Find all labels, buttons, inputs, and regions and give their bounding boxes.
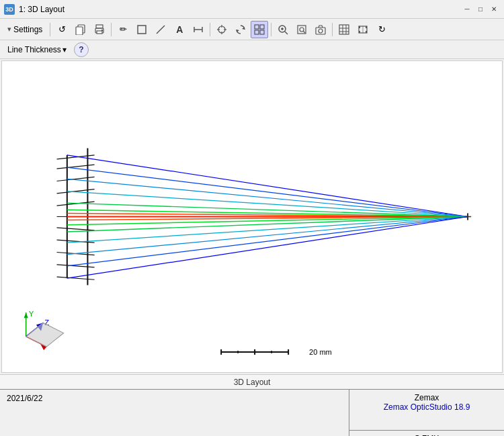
optical-layout-view[interactable]: Y Z <box>2 61 502 372</box>
footer-file-info: S.ZMX Configuration 1 of 1 <box>349 431 504 436</box>
title-bar: 3D 1: 3D Layout ─ □ ✕ <box>0 0 504 19</box>
svg-text:Y: Y <box>29 310 34 318</box>
hbar-icon <box>193 26 204 34</box>
footer-company-info: Zemax Zemax OpticStudio 18.9 <box>349 390 504 431</box>
help-button[interactable]: ? <box>74 42 89 57</box>
zoom-window-button[interactable] <box>293 21 310 38</box>
secondary-toolbar: Line Thickness ▾ ? <box>0 40 504 59</box>
circle-arrow-button[interactable]: ↻ <box>373 21 390 38</box>
toolbar-separator-2 <box>111 23 112 36</box>
minimize-button[interactable]: ─ <box>461 3 473 15</box>
grid3-button[interactable] <box>335 21 353 38</box>
restore-button[interactable]: □ <box>474 3 487 15</box>
svg-rect-38 <box>359 31 360 33</box>
main-toolbar: ▾ Settings ↺ ✏ A <box>0 19 504 40</box>
refresh-button[interactable]: ↺ <box>53 21 71 38</box>
footer-info: Zemax Zemax OpticStudio 18.9 S.ZMX Confi… <box>349 390 504 436</box>
svg-rect-31 <box>339 25 349 34</box>
zoom-in-icon <box>278 24 288 35</box>
svg-marker-16 <box>242 27 245 30</box>
zoom-in-button[interactable] <box>274 21 292 38</box>
title-bar-controls: ─ □ ✕ <box>461 3 500 15</box>
toolbar-separator-5 <box>332 23 333 36</box>
svg-rect-20 <box>255 30 259 34</box>
settings-label: Settings <box>13 25 42 34</box>
settings-button[interactable]: ▾ Settings <box>3 23 47 36</box>
optical-layout-svg: Y Z <box>2 61 502 372</box>
film-icon <box>358 24 368 35</box>
hbar-button[interactable] <box>190 21 207 38</box>
camera-icon <box>315 24 326 35</box>
footer-date: 2021/6/22 <box>0 390 349 436</box>
svg-rect-41 <box>362 26 364 33</box>
main-visualization-area: Y Z <box>1 60 503 373</box>
print-button[interactable] <box>91 21 108 38</box>
pencil-button[interactable]: ✏ <box>114 21 132 38</box>
svg-rect-19 <box>260 25 264 29</box>
svg-rect-4 <box>97 31 102 34</box>
dropdown-arrow: ▾ <box>62 45 67 54</box>
svg-rect-18 <box>255 25 259 29</box>
svg-rect-40 <box>366 31 367 33</box>
rect-icon <box>137 25 146 34</box>
scale-bar: 20 mm <box>218 347 332 357</box>
svg-point-30 <box>319 29 323 33</box>
toolbar-separator-3 <box>210 23 210 36</box>
rectangle-button[interactable] <box>133 21 151 38</box>
scale-label: 20 mm <box>309 348 332 356</box>
line-icon <box>156 25 165 34</box>
scale-bar-svg <box>218 347 305 357</box>
svg-rect-6 <box>138 26 146 34</box>
svg-marker-17 <box>237 30 239 32</box>
layout-label-bar: 3D Layout <box>0 374 504 389</box>
window-icon: 3D <box>4 4 15 15</box>
camera-button[interactable] <box>312 21 329 38</box>
svg-rect-1 <box>76 27 83 35</box>
crosshair-button[interactable] <box>213 21 230 38</box>
line-thickness-button[interactable]: Line Thickness ▾ <box>3 43 71 56</box>
grid-view-icon <box>254 24 265 35</box>
svg-rect-39 <box>366 26 367 28</box>
svg-rect-37 <box>359 26 360 28</box>
toolbar-separator-1 <box>50 23 50 36</box>
layout-label: 3D Layout <box>234 378 271 387</box>
print-icon <box>94 24 105 35</box>
svg-line-28 <box>303 31 305 33</box>
crosshair-icon <box>216 24 227 35</box>
line-thickness-label: Line Thickness <box>7 45 61 54</box>
grid-view-button[interactable] <box>251 21 268 38</box>
grid3-icon <box>339 24 349 35</box>
close-button[interactable]: ✕ <box>488 3 500 15</box>
svg-line-23 <box>285 32 288 34</box>
copy-button[interactable] <box>72 21 89 38</box>
svg-rect-5 <box>101 30 103 31</box>
svg-line-7 <box>157 26 165 34</box>
text-button[interactable]: A <box>171 21 188 38</box>
product-name: Zemax OpticStudio 18.9 <box>356 402 497 412</box>
line-button[interactable] <box>152 21 169 38</box>
svg-rect-2 <box>96 25 103 28</box>
toolbar-separator-4 <box>271 23 271 36</box>
window-title: 1: 3D Layout <box>19 5 65 14</box>
zoom-window-icon <box>296 24 307 35</box>
film-button[interactable] <box>354 21 372 38</box>
copy-icon <box>75 24 86 35</box>
rotate-button[interactable] <box>232 21 249 38</box>
rotate-icon <box>235 24 246 35</box>
footer: 2021/6/22 Zemax Zemax OpticStudio 18.9 S… <box>0 389 504 436</box>
company-name: Zemax <box>356 393 497 402</box>
svg-rect-21 <box>260 30 264 34</box>
